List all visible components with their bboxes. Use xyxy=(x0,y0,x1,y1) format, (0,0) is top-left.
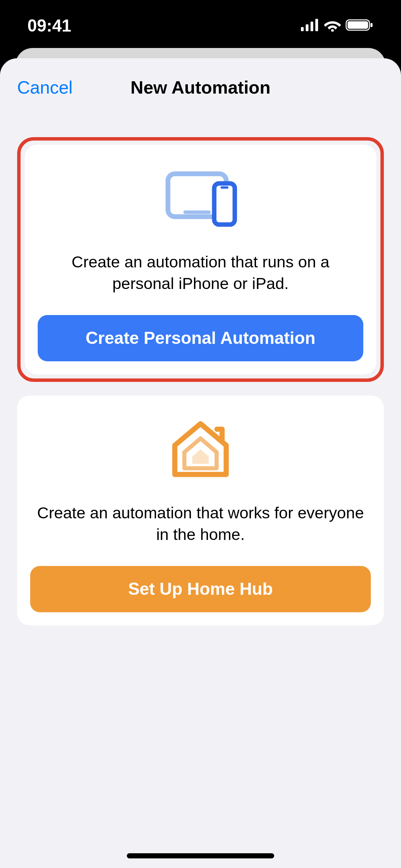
sheet-title: New Automation xyxy=(131,77,270,98)
home-indicator[interactable] xyxy=(127,853,274,858)
create-personal-automation-button[interactable]: Create Personal Automation xyxy=(38,315,363,361)
svg-rect-6 xyxy=(348,21,368,29)
battery-icon xyxy=(345,19,374,33)
personal-automation-description: Create an automation that runs on a pers… xyxy=(38,251,363,294)
home-automation-card-wrapper: Create an automation that works for ever… xyxy=(17,396,384,625)
personal-automation-card[interactable]: Create an automation that runs on a pers… xyxy=(25,145,376,374)
new-automation-sheet: Cancel New Automation Create an automati… xyxy=(0,58,401,868)
svg-rect-0 xyxy=(301,27,304,31)
svg-rect-7 xyxy=(370,23,373,27)
home-icon xyxy=(168,416,233,485)
home-automation-description: Create an automation that works for ever… xyxy=(30,502,371,545)
svg-point-4 xyxy=(331,29,334,32)
cellular-signal-icon xyxy=(301,19,319,33)
status-icons xyxy=(301,19,374,33)
status-time: 09:41 xyxy=(27,16,71,36)
status-bar: 09:41 xyxy=(0,0,401,51)
set-up-home-hub-button[interactable]: Set Up Home Hub xyxy=(30,566,371,612)
wifi-icon xyxy=(324,19,341,33)
devices-icon xyxy=(161,165,240,234)
cancel-button[interactable]: Cancel xyxy=(17,77,73,98)
svg-rect-1 xyxy=(306,24,308,31)
svg-rect-10 xyxy=(214,183,235,225)
sheet-header: Cancel New Automation xyxy=(17,72,384,103)
personal-automation-highlight: Create an automation that runs on a pers… xyxy=(17,137,384,382)
home-automation-card[interactable]: Create an automation that works for ever… xyxy=(17,396,384,625)
svg-rect-3 xyxy=(315,19,318,31)
svg-rect-2 xyxy=(311,22,313,31)
